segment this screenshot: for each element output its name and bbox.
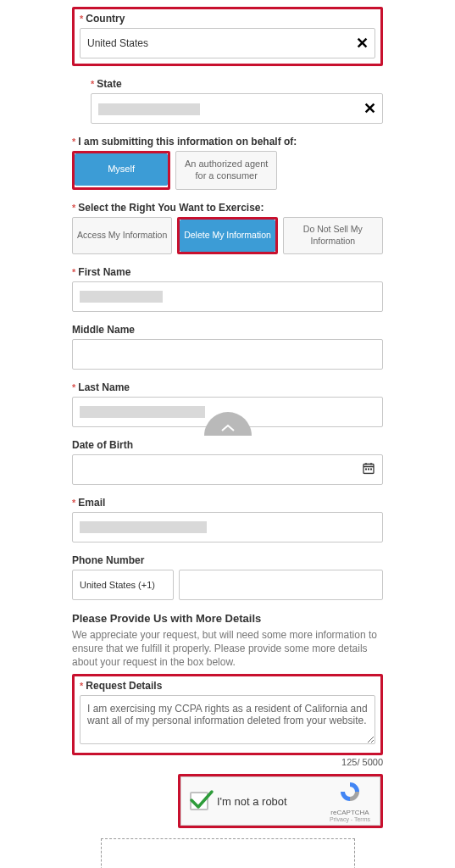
recaptcha-widget[interactable]: I'm not a robot reCAPTCHA Privacy - Term… — [180, 776, 380, 826]
dob-label: Date of Birth — [72, 439, 383, 451]
middle-name-label: Middle Name — [72, 324, 383, 336]
close-icon[interactable]: ✕ — [363, 101, 376, 116]
first-name-input[interactable] — [72, 281, 383, 312]
email-input[interactable] — [72, 512, 383, 542]
first-name-redacted — [80, 291, 163, 303]
phone-number-input[interactable] — [179, 570, 383, 600]
recaptcha-text: I'm not a robot — [217, 795, 329, 808]
behalf-option-agent[interactable]: An authorized agent for a consumer — [175, 151, 277, 190]
recaptcha-logo: reCAPTCHA Privacy - Terms — [329, 780, 371, 822]
file-upload-dropzone[interactable]: Select a File Files larger than 4 MB are… — [101, 838, 355, 868]
state-select[interactable] — [91, 93, 383, 124]
right-label: Select the Right You Want to Exercise: — [72, 202, 383, 214]
phone-label: Phone Number — [72, 554, 383, 566]
recaptcha-icon — [338, 780, 362, 804]
right-option-donotsell[interactable]: Do Not Sell My Information — [283, 217, 383, 254]
right-option-delete[interactable]: Delete My Information — [180, 220, 275, 252]
dob-input[interactable] — [72, 454, 383, 485]
last-name-label: Last Name — [72, 381, 383, 393]
right-option-access[interactable]: Access My Information — [72, 217, 172, 254]
chevron-up-icon — [220, 424, 236, 432]
more-details-help: We appreciate your request, but will nee… — [72, 628, 383, 670]
email-redacted — [80, 521, 207, 533]
recaptcha-checkbox[interactable] — [190, 792, 208, 810]
last-name-redacted — [80, 406, 205, 418]
middle-name-input[interactable] — [72, 339, 383, 370]
country-select[interactable]: United States — [80, 28, 375, 58]
state-value-redacted — [98, 103, 200, 115]
phone-code-value: United States (+1) — [80, 580, 155, 590]
first-name-label: First Name — [72, 266, 383, 278]
request-details-textarea[interactable] — [80, 695, 375, 744]
country-label: Country — [80, 13, 375, 25]
state-label: State — [91, 78, 383, 90]
close-icon[interactable]: ✕ — [356, 36, 369, 51]
behalf-label: I am submitting this information on beha… — [72, 136, 383, 147]
more-details-title: Please Provide Us with More Details — [72, 612, 383, 625]
check-icon — [189, 789, 214, 811]
country-value: United States — [87, 37, 148, 49]
email-label: Email — [72, 497, 383, 509]
char-counter: 125/ 5000 — [72, 757, 383, 767]
behalf-option-myself[interactable]: Myself — [75, 153, 168, 186]
request-details-label: Request Details — [80, 680, 375, 692]
phone-country-code[interactable]: United States (+1) — [72, 570, 174, 600]
